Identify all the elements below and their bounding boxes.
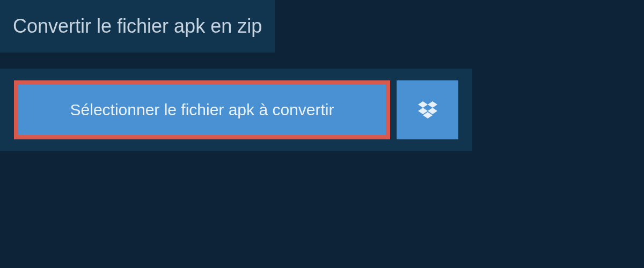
header-bar: Convertir le fichier apk en zip <box>0 0 275 53</box>
page-title: Convertir le fichier apk en zip <box>13 15 262 38</box>
dropbox-icon <box>418 101 437 118</box>
dropbox-button[interactable] <box>397 80 458 139</box>
button-row: Sélectionner le fichier apk à convertir <box>14 80 458 139</box>
file-select-panel: Sélectionner le fichier apk à convertir <box>0 69 472 151</box>
select-file-label: Sélectionner le fichier apk à convertir <box>70 101 334 119</box>
select-file-button[interactable]: Sélectionner le fichier apk à convertir <box>14 80 390 139</box>
